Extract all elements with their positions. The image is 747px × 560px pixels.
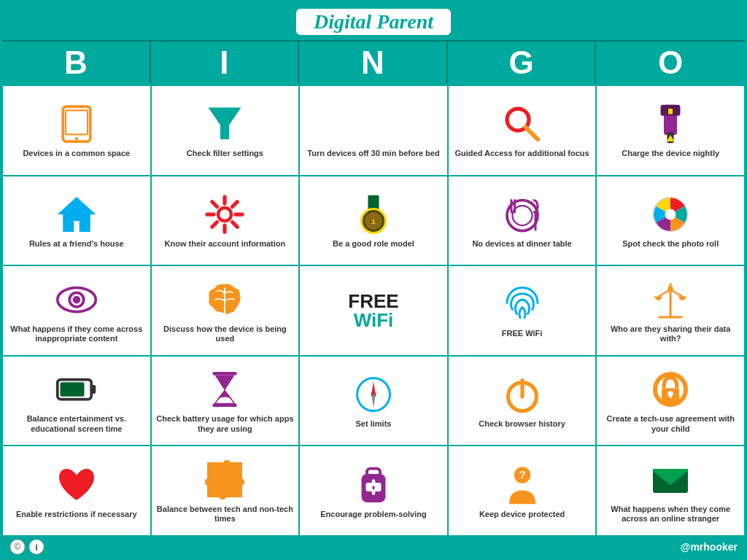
svg-rect-10: [668, 109, 673, 114]
svg-point-12: [218, 208, 231, 221]
lock-icon: [649, 368, 692, 411]
cell-i1-label: Check filter settings: [187, 149, 263, 158]
cell-b3[interactable]: What happens if they come across inappro…: [2, 265, 151, 356]
cell-o3[interactable]: Who are they sharing their data with?: [596, 265, 745, 356]
cell-o2-label: Spot check the photo roll: [622, 239, 719, 249]
compass-icon: [352, 373, 395, 416]
heart-icon: [55, 463, 98, 507]
svg-line-40: [670, 289, 683, 296]
svg-point-31: [665, 209, 676, 219]
cell-b2-label: Rules at a friend's house: [29, 239, 124, 249]
svg-rect-43: [91, 385, 96, 394]
svg-rect-57: [670, 394, 672, 398]
power-icon: [500, 373, 544, 416]
letter-i: I: [151, 42, 300, 84]
cell-o1[interactable]: Charge the device nightly: [596, 85, 745, 176]
cell-n5-label: Encourage problem-solving: [320, 510, 426, 519]
svg-point-2: [75, 137, 79, 141]
cell-n4-label: Set limits: [356, 419, 392, 429]
letter-o: O: [596, 42, 745, 84]
cell-b2[interactable]: Rules at a friend's house: [2, 176, 151, 266]
cell-n3-free: FREE WiFi: [299, 265, 448, 356]
house-icon: [55, 192, 98, 236]
svg-line-39: [659, 289, 671, 296]
cell-n2[interactable]: 1 Be a good role model: [299, 176, 448, 266]
cell-b4[interactable]: Balance entertainment vs. educational sc…: [2, 356, 151, 446]
cell-o4-label: Create a tech-use agreement with your ch…: [601, 414, 740, 433]
moon-icon: [352, 102, 395, 146]
cell-o5-label: What happens when they come across an on…: [601, 505, 740, 524]
cell-b3-label: What happens if they come across inappro…: [7, 324, 146, 343]
svg-marker-3: [209, 108, 241, 140]
svg-rect-1: [66, 110, 88, 134]
cell-n1-label: Turn devices off 30 min before bed: [307, 149, 439, 158]
cell-g4[interactable]: Check browser history: [448, 356, 597, 446]
svg-rect-44: [60, 383, 84, 397]
tablet-icon: [55, 102, 98, 146]
backpack-icon: [352, 463, 395, 507]
hourglass-icon: [203, 368, 247, 411]
cell-o2[interactable]: Spot check the photo roll: [596, 176, 745, 266]
wifi-text: WiFi: [354, 311, 394, 330]
cell-i2[interactable]: Know their account information: [151, 176, 300, 266]
gear-icon: [203, 192, 247, 236]
info-icon: i: [28, 539, 44, 555]
cell-b1-label: Devices in a common space: [23, 149, 130, 158]
cell-g2[interactable]: No devices at dinner table: [448, 176, 597, 266]
cell-o5[interactable]: What happens when they come across an on…: [596, 446, 745, 536]
filter-icon: [203, 102, 247, 146]
cell-i1[interactable]: Check filter settings: [151, 85, 300, 176]
plate-icon: [500, 192, 544, 236]
svg-rect-0: [63, 106, 90, 141]
cell-o4[interactable]: Create a tech-use agreement with your ch…: [596, 356, 745, 446]
cell-b5[interactable]: Enable restrictions if necessary: [2, 446, 151, 536]
brain-icon: [203, 278, 247, 322]
scale-icon: [649, 278, 692, 322]
svg-rect-45: [213, 372, 237, 376]
cell-n1[interactable]: Turn devices off 30 min before bed: [299, 85, 448, 176]
page-title: Digital Parent: [314, 10, 433, 33]
footer: © i @mrhooker: [2, 536, 745, 558]
footer-icons: © i: [9, 539, 44, 555]
cell-i2-label: Know their account information: [165, 239, 286, 249]
bingo-grid: Devices in a common space Check filter s…: [2, 84, 745, 536]
stranger-icon: ?: [500, 463, 544, 507]
free-text: FREE: [348, 292, 398, 311]
cell-b5-label: Enable restrictions if necessary: [16, 510, 137, 519]
medal-icon: 1: [352, 192, 395, 236]
cell-g4-label: Check browser history: [479, 419, 565, 429]
cell-i5-label: Balance between tech and non-tech times: [156, 505, 295, 524]
cell-b1[interactable]: Devices in a common space: [2, 85, 151, 176]
svg-point-41: [667, 286, 673, 292]
email-icon: [649, 458, 692, 502]
cell-i5[interactable]: Balance between tech and non-tech times: [151, 446, 300, 536]
svg-text:©: ©: [15, 542, 21, 552]
search-icon: [500, 102, 544, 146]
cell-o3-label: Who are they sharing their data with?: [601, 324, 740, 343]
letter-g: G: [448, 42, 597, 84]
puzzle-icon: [203, 458, 247, 502]
cell-g3[interactable]: FREE WiFi: [448, 265, 597, 356]
twitter-handle: @mrhooker: [681, 541, 738, 553]
letter-n: N: [299, 42, 448, 84]
cell-g1-label: Guided Access for additional focus: [455, 149, 589, 158]
cc-icon: ©: [9, 539, 26, 555]
cell-i4[interactable]: Check battery usage for which apps they …: [151, 356, 300, 446]
svg-point-34: [73, 296, 81, 304]
cell-g2-label: No devices at dinner table: [472, 239, 571, 249]
svg-line-20: [212, 222, 217, 227]
svg-marker-11: [58, 197, 96, 232]
cell-n5[interactable]: Encourage problem-solving: [299, 446, 448, 536]
cell-i3-label: Discuss how the device is being used: [156, 324, 295, 343]
cell-n4[interactable]: Set limits: [299, 356, 448, 446]
cell-i4-label: Check battery usage for which apps they …: [156, 414, 295, 433]
cell-b4-label: Balance entertainment vs. educational sc…: [7, 414, 146, 433]
cell-g1[interactable]: Guided Access for additional focus: [448, 85, 597, 176]
battery-icon: [55, 368, 98, 411]
cell-i3[interactable]: Discuss how the device is being used: [151, 265, 300, 356]
cell-g5[interactable]: ? Keep device protected: [448, 446, 597, 536]
title-bar: Digital Parent: [2, 2, 745, 40]
cell-g3-label: FREE WiFi: [502, 329, 543, 338]
camera-icon: [649, 192, 692, 236]
cell-g5-label: Keep device protected: [479, 510, 565, 519]
